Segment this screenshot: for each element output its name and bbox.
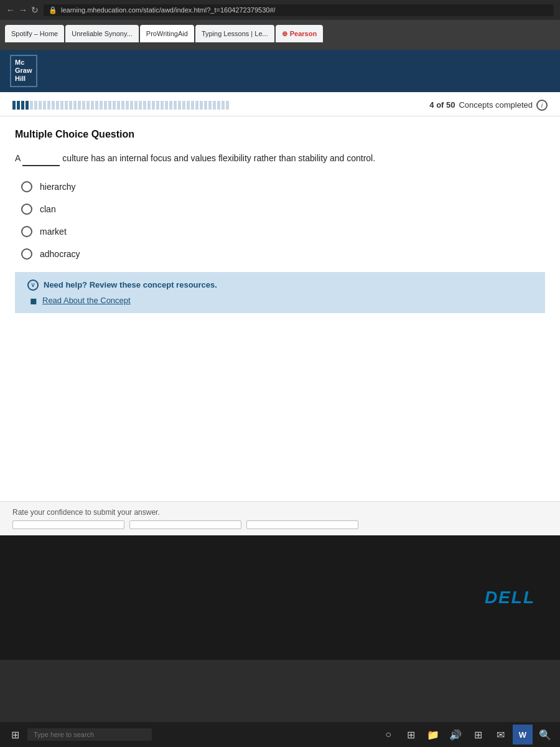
radio-market[interactable] [21,226,32,237]
taskbar-mail-icon[interactable]: ✉ [490,725,510,745]
taskbar-word-icon[interactable]: W [513,725,533,745]
start-button[interactable]: ⊞ [5,725,25,745]
progress-segment-empty [130,101,133,110]
progress-segment-empty [86,101,90,110]
progress-segment-empty [143,101,146,110]
progress-segment-empty [191,101,194,110]
question-body: culture has an internal focus and values… [62,153,375,163]
progress-segment-empty [182,101,185,110]
option-clan[interactable]: clan [21,204,545,215]
progress-segment-filled [17,101,20,110]
chevron-down-icon[interactable]: ∨ [27,280,39,291]
taskbar-folder-icon[interactable]: 📁 [423,725,443,745]
address-bar: ← → ↻ 🔒 learning.mheducation.com/static/… [0,0,560,20]
progress-segment-empty [117,101,120,110]
progress-segment-empty [147,101,151,110]
options-list: hierarchy clan market adhocracy [21,181,545,260]
confidence-btn-2[interactable] [129,520,241,529]
progress-segment-filled [12,101,16,110]
option-market[interactable]: market [21,226,545,237]
info-icon[interactable]: i [536,100,548,111]
tab-pearson[interactable]: ⊕ Pearson [276,25,323,42]
progress-segment-empty [39,101,42,110]
rate-section: Rate your confidence to submit your answ… [0,501,560,535]
taskbar-apps-icon[interactable]: ⊞ [468,725,488,745]
taskbar-grid-icon[interactable]: ⊞ [401,725,421,745]
progress-segment-empty [82,101,85,110]
logo-bar: Mc Graw Hill [0,50,560,92]
progress-segment-empty [169,101,172,110]
progress-segment-empty [91,101,94,110]
rate-prompt-text: Rate your confidence to submit your answ… [12,508,548,517]
progress-segment-empty [213,101,216,110]
progress-segment-empty [174,101,177,110]
tab-typing[interactable]: Typing Lessons | Le... [195,25,274,42]
windows-taskbar: ⊞ ○ ⊞ 📁 🔊 ⊞ ✉ W 🔍 [0,722,560,747]
help-section: ∨ Need help? Review these concept resour… [15,272,545,313]
back-button[interactable]: ← [6,5,15,15]
progress-segment-empty [43,101,46,110]
question-type-label: Multiple Choice Question [15,129,545,140]
option-adhocracy[interactable]: adhocracy [21,248,545,260]
taskbar-circle-icon[interactable]: ○ [378,725,398,745]
progress-area: 4 of 50 Concepts completed i [0,92,560,116]
radio-clan[interactable] [21,204,32,215]
question-text: A culture has an internal focus and valu… [15,151,545,166]
taskbar-audio-icon[interactable]: 🔊 [446,725,465,745]
progress-segment-empty [95,101,98,110]
dark-bottom-area: DELL [0,535,560,660]
progress-count: 4 of 50 [429,100,455,110]
mcgraw-hill-logo: Mc Graw Hill [10,55,37,87]
progress-segment-empty [73,101,77,110]
tab-prowritingaid[interactable]: ProWritingAid [140,25,194,42]
progress-segment-empty [69,101,72,110]
tab-spotify[interactable]: Spotify – Home [5,25,64,42]
progress-segment-empty [126,101,129,110]
progress-segment-empty [187,101,190,110]
option-hierarchy-label: hierarchy [40,182,76,192]
question-area: Multiple Choice Question A culture has a… [0,116,560,501]
read-concept-link[interactable]: Read About the Concept [42,296,131,305]
progress-segment-empty [178,101,181,110]
progress-segment-empty [100,101,103,110]
read-concept-row[interactable]: ◼ Read About the Concept [30,296,533,306]
progress-segment-empty [195,101,198,110]
progress-segment-empty [222,101,225,110]
forward-button[interactable]: → [19,5,27,15]
taskbar-search-icon[interactable]: 🔍 [535,725,555,745]
progress-segment-empty [60,101,63,110]
tabs-bar: Spotify – Home Unreliable Synony... ProW… [0,20,560,42]
confidence-btn-3[interactable] [246,520,358,529]
url-text: learning.mheducation.com/static/awd/inde… [61,6,276,14]
tab-unreliable[interactable]: Unreliable Synony... [65,25,139,42]
option-hierarchy[interactable]: hierarchy [21,181,545,192]
confidence-btn-1[interactable] [12,520,124,529]
option-adhocracy-label: adhocracy [40,249,80,259]
option-market-label: market [40,227,67,237]
radio-adhocracy[interactable] [21,248,32,260]
taskbar-search-input[interactable] [27,728,152,741]
refresh-button[interactable]: ↻ [31,5,39,15]
progress-segment-empty [108,101,111,110]
help-toggle-row[interactable]: ∨ Need help? Review these concept resour… [27,280,533,291]
pearson-icon: ⊕ [282,30,287,38]
progress-segment-empty [134,101,138,110]
progress-segment-empty [34,101,37,110]
progress-segment-filled [21,101,24,110]
progress-segment-empty [56,101,59,110]
progress-segment-empty [200,101,203,110]
lock-icon: 🔒 [49,6,57,14]
progress-segment-empty [156,101,159,110]
progress-segment-empty [165,101,168,110]
progress-segment-empty [30,101,33,110]
progress-segment-empty [121,101,124,110]
progress-bar [12,101,422,110]
question-prefix: A [15,153,21,163]
progress-segment-empty [226,101,229,110]
radio-hierarchy[interactable] [21,181,32,192]
progress-segment-empty [204,101,207,110]
question-blank [22,151,60,166]
url-bar[interactable]: 🔒 learning.mheducation.com/static/awd/in… [44,4,554,16]
progress-segment-empty [104,101,107,110]
progress-segment-empty [139,101,142,110]
